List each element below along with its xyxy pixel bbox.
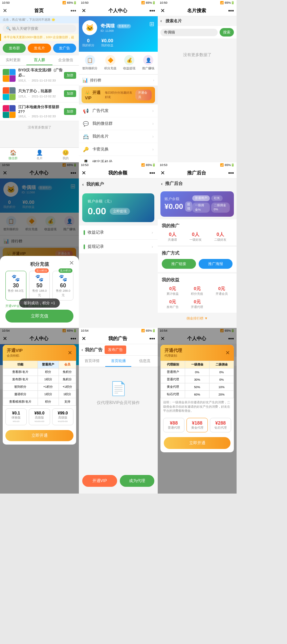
withdraw-btn[interactable]: 立即提现 <box>110 208 130 215</box>
publish-group-btn[interactable]: 发布群 <box>3 44 26 53</box>
charge-opt-60[interactable]: 送20积分 🐾 60 售价 288.0元 <box>52 271 73 301</box>
agent-modal-close[interactable]: ✕ <box>225 350 230 356</box>
tab-mine[interactable]: 😊 我的 <box>52 148 79 162</box>
vip-submit-btn[interactable]: 立即开通 <box>5 430 73 441</box>
nav-more-promo[interactable]: ••• <box>228 170 234 176</box>
nav-more-search[interactable]: ••• <box>228 8 234 14</box>
group-item[interactable]: 只为了开心，玩基群 125人 · 2021-11-13 02:32 加群 <box>0 85 79 102</box>
group-meta: 102人 · 2021-11-13 02:33 <box>18 78 64 83</box>
gold-rank-link[interactable]: 佣金排行榜 ▼ <box>158 314 237 323</box>
back-arrow[interactable]: ‹ <box>160 19 162 23</box>
add-group-btn-0[interactable]: 加群 <box>64 72 76 79</box>
publish-card-btn[interactable]: 发名片 <box>28 44 51 53</box>
menu-ad-proxy[interactable]: 📢 广告代发 › <box>79 104 158 117</box>
vip-price-orig-1: ¥100.00 <box>30 420 48 423</box>
agent-price-1[interactable]: ¥188 黄金代理 <box>186 418 208 432</box>
income-value: ¥0.00 <box>101 38 113 43</box>
nav-more-8[interactable]: ••• <box>149 336 155 342</box>
nav-close-personal[interactable]: ✕ <box>82 7 86 14</box>
promo-poster-btn[interactable]: 推广海报 <box>199 259 233 269</box>
vip-modal-subtitle: 会员特权: <box>7 354 23 358</box>
charge-submit-btn[interactable]: 立即充值 <box>5 310 73 323</box>
menu-bind-phone[interactable]: 📱 绑定手机号 › <box>79 156 158 162</box>
nav-close-promo[interactable]: ✕ <box>160 170 165 176</box>
earning-amount-1: 0元 <box>186 286 208 292</box>
withdraw-arrow: › <box>152 244 153 249</box>
promo-tab-leader[interactable]: 社长 <box>211 195 223 201</box>
tab-wechat-group[interactable]: 🏠 微信群 <box>0 148 26 162</box>
tab-enterprise[interactable]: 企业微信 <box>52 55 79 65</box>
menu-points-recharge[interactable]: 🔶 积分充值 <box>104 55 116 71</box>
open-vip-bottom-btn[interactable]: 开通VIP <box>82 475 117 487</box>
charge-modal-close[interactable]: ✕ <box>69 259 74 267</box>
ad-tab-2[interactable]: 信息流 <box>131 356 158 367</box>
vip-row-2: 签到积分 +1积分 +1积分 <box>3 383 76 391</box>
withdraw-record-item[interactable]: 提现记录 › <box>79 240 158 254</box>
search-bar[interactable]: 🔍 输入关键字搜索 <box>3 25 76 32</box>
tab-cards[interactable]: 👤 名片 <box>26 148 53 162</box>
charge-opt-30[interactable]: 🐾 30 售价 88.0元 <box>5 271 26 301</box>
group-item[interactable]: BYD汉·车友交流2群（广告必... 102人 · 2021-11-13 02:… <box>0 66 79 85</box>
charge-badge-2: 送20积分 <box>59 268 72 273</box>
search-submit-btn[interactable]: 搜索 <box>220 28 234 37</box>
ad-screen-btns: 开通VIP 成为代理 <box>79 475 158 487</box>
agent-price-2[interactable]: ¥288 钻石代理 <box>210 418 231 432</box>
add-group-btn-2[interactable]: 加群 <box>64 108 76 115</box>
promo-link-btn[interactable]: 推广链接 <box>162 259 196 269</box>
agent-submit-btn[interactable]: 立即开通 <box>164 437 230 449</box>
back-btn-promo[interactable]: ‹ <box>161 181 162 186</box>
menu-promote-earn[interactable]: 👤 推广赚钱 <box>142 55 154 71</box>
balance-amount: 0.00 <box>88 206 106 217</box>
card-search-input[interactable] <box>160 29 218 36</box>
income-record-item[interactable]: 收益记录 › <box>79 225 158 240</box>
agent-price-label-0: 普通代理 <box>165 426 183 430</box>
promo-label-2: 二级好友 <box>214 238 226 242</box>
promo-methods-section: 推广方式 推广链接 推广海报 <box>158 247 237 272</box>
group-item[interactable]: 江门本地健身分享答疑群2?? 183人 · 2021-11-13 02:33 加… <box>0 102 79 121</box>
promo-tab-normal[interactable]: 普通用户 <box>192 195 210 201</box>
rank-btn[interactable]: 📊 排行榜 › <box>79 75 158 86</box>
tab-hundred[interactable]: 百人群 <box>26 55 53 65</box>
charge-icon-1: 🐾 <box>31 274 48 282</box>
vip-open-btn[interactable]: 开通会员 <box>135 90 152 100</box>
nav-more-personal[interactable]: ••• <box>149 8 155 14</box>
add-group-btn-1[interactable]: 加群 <box>64 90 76 97</box>
ad-tab-1[interactable]: 首页轮播 <box>105 356 132 367</box>
earning-amount-4: 0元 <box>186 299 208 305</box>
back-btn-ads[interactable]: ‹ <box>82 348 83 352</box>
group-info: BYD汉·车友交流2群（广告必... 102人 · 2021-11-13 02:… <box>18 68 64 83</box>
nav-close-balance[interactable]: ✕ <box>82 170 86 176</box>
publish-ad-btn[interactable]: 发布广告 <box>105 345 126 354</box>
menu-my-card[interactable]: 📇 我的名片 › <box>79 130 158 143</box>
vip-modal-close[interactable]: ✕ <box>68 350 72 356</box>
promo-sub-tab-2[interactable]: 二级佣金0% <box>211 202 230 213</box>
nav-close-btn[interactable]: ✕ <box>3 7 7 14</box>
back-btn-balance[interactable]: ‹ <box>82 182 84 187</box>
tab-realtime[interactable]: 实时更新 <box>0 55 26 65</box>
vip-price-advanced2[interactable]: ¥99.0 高级版 ¥125.00 <box>52 408 73 425</box>
promo-withdraw-btn[interactable]: 提现 <box>185 201 192 212</box>
nav-more-balance[interactable]: ••• <box>149 170 155 176</box>
ad-tab-0[interactable]: 首页详情 <box>79 356 105 367</box>
charge-opt-50[interactable]: 送10积分 🐾 50 售价 188.0元 <box>29 271 50 301</box>
become-agent-bottom-btn[interactable]: 成为代理 <box>120 475 155 487</box>
menu-income-withdraw[interactable]: 💰 收益提现 <box>123 55 135 71</box>
agent-price-0[interactable]: ¥88 普通代理 <box>163 418 184 432</box>
menu-my-wechat[interactable]: 💬 我的微信群 › <box>79 117 158 130</box>
arrow-icon-2: › <box>152 134 154 139</box>
search-placeholder: 输入关键字搜索 <box>12 26 38 31</box>
menu-card-exchange[interactable]: 🔑 卡密兑换 › <box>79 143 158 156</box>
points-label: 我的积分 <box>82 43 94 48</box>
qr-icon[interactable]: ⊞ <box>149 20 154 28</box>
nav-close-8[interactable]: ✕ <box>82 335 86 342</box>
vip-price-val-2: ¥99.0 <box>54 411 72 415</box>
nav-close-search[interactable]: ✕ <box>160 7 165 14</box>
menu-sign-in[interactable]: 📋 签到领积分 <box>82 55 97 71</box>
promo-sub-tab-1[interactable]: 一级佣金% <box>192 202 209 213</box>
earning-label-4: 开通代理 <box>186 305 208 309</box>
vip-price-label-0: 体验版 <box>7 415 25 420</box>
nav-more-btn[interactable]: ••• <box>70 8 76 14</box>
publish-ad-btn[interactable]: 发广告 <box>53 44 76 53</box>
vip-price-advanced1[interactable]: ¥60.0 高级版 ¥100.00 <box>29 408 50 425</box>
vip-price-trial[interactable]: ¥0.1 体验版 ¥0.10 <box>5 408 27 425</box>
